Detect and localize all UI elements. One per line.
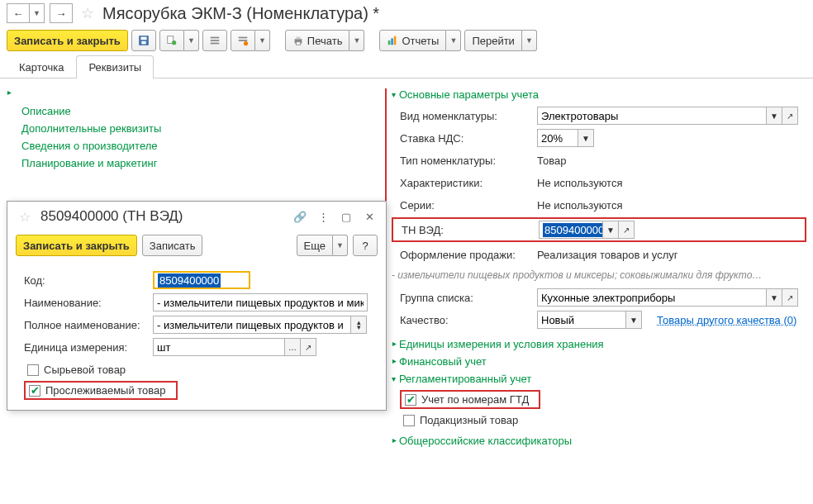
dialog-more-icon[interactable]: ⋮	[315, 208, 331, 225]
char-value: Не используются	[537, 177, 622, 189]
group-label: Группа списка:	[400, 292, 532, 304]
attach-dropdown[interactable]: ▼	[255, 30, 270, 51]
kind-open[interactable]: ↗	[782, 107, 798, 125]
dialog-more-dropdown[interactable]: ▼	[333, 235, 348, 256]
section-top[interactable]: ▾	[7, 88, 378, 97]
nav-back-button[interactable]: ←	[7, 3, 30, 23]
tnved-label: ТН ВЭД:	[402, 224, 534, 236]
vat-label: Ставка НДС:	[400, 132, 532, 145]
gtd-label: Учет по номерам ГТД	[421, 393, 529, 406]
attach-icon	[237, 35, 249, 46]
raw-label: Сырьевой товар	[44, 364, 126, 376]
quality-dropdown[interactable]: ▼	[625, 311, 642, 329]
raw-checkbox[interactable]	[27, 364, 39, 376]
dialog-link-icon[interactable]: 🔗	[292, 208, 308, 225]
dialog-fullname-input[interactable]	[153, 316, 351, 334]
tnved-open[interactable]: ↗	[618, 221, 635, 239]
dialog-max-icon[interactable]: ▢	[338, 208, 354, 225]
attach-button[interactable]	[231, 30, 255, 51]
floppy-icon	[138, 35, 150, 46]
link-manufacturer[interactable]: Сведения о производителе	[7, 137, 378, 155]
section-units[interactable]: ▾Единицы измерения и условия хранения	[392, 338, 806, 350]
svg-rect-14	[388, 40, 391, 45]
dialog-unit-label: Единица измерения:	[24, 341, 148, 354]
reports-button[interactable]: Отчеты	[379, 30, 446, 51]
type-value: Товар	[537, 155, 566, 167]
svg-rect-1	[140, 37, 146, 40]
tnved-dropdown[interactable]: ▼	[602, 221, 619, 239]
series-label: Серии:	[400, 199, 532, 212]
docflow-dropdown[interactable]: ▼	[184, 30, 199, 51]
excise-checkbox[interactable]	[403, 415, 415, 426]
list-button[interactable]	[202, 30, 227, 51]
section-classif[interactable]: ▾Общероссийские классификаторы	[392, 435, 806, 447]
kind-label: Вид номенклатуры:	[400, 110, 532, 122]
link-description[interactable]: Описание	[7, 102, 378, 120]
excise-label: Подакцизный товар	[420, 414, 518, 426]
dialog-unit-input[interactable]	[153, 338, 285, 356]
group-open[interactable]: ↗	[782, 288, 798, 307]
kind-dropdown[interactable]: ▼	[766, 107, 782, 125]
dialog-name-input[interactable]	[153, 293, 368, 311]
group-input[interactable]	[537, 288, 767, 307]
docflow-button[interactable]	[159, 30, 184, 51]
svg-rect-15	[392, 38, 394, 45]
dialog-unit-ellipsis[interactable]: …	[284, 338, 301, 356]
dialog-save-close-button[interactable]: Записать и закрыть	[16, 235, 137, 256]
quality-input[interactable]	[537, 311, 626, 329]
kind-input[interactable]	[537, 107, 767, 125]
nav-back-dropdown[interactable]: ▼	[30, 3, 45, 23]
print-button[interactable]: Печать	[285, 30, 350, 51]
dialog-help-button[interactable]: ?	[353, 235, 378, 256]
section-fin[interactable]: ▾Финансовый учет	[392, 355, 806, 368]
gtd-checkbox[interactable]: ✔	[405, 394, 416, 406]
goto-label: Перейти	[472, 35, 515, 47]
chart-icon	[387, 35, 398, 46]
dialog-star-icon[interactable]: ☆	[16, 209, 34, 225]
trace-checkbox[interactable]: ✔	[29, 385, 40, 397]
group-dropdown[interactable]: ▼	[766, 288, 782, 307]
dialog-unit-open[interactable]: ↗	[300, 338, 316, 356]
section-reg[interactable]: ▾Регламентированный учет	[392, 373, 806, 385]
list-icon	[209, 35, 221, 46]
trace-label: Прослеживаемый товар	[45, 384, 166, 397]
star-icon[interactable]: ☆	[78, 4, 97, 22]
dialog-name-label: Наименование:	[24, 297, 148, 309]
other-quality-link[interactable]: Товары другого качества (0)	[657, 314, 796, 326]
svg-rect-6	[211, 40, 220, 41]
reports-label: Отчеты	[402, 35, 439, 47]
dialog-close-icon[interactable]: ✕	[361, 208, 378, 225]
save-button[interactable]	[131, 30, 156, 51]
dialog-save-button[interactable]: Записать	[142, 235, 203, 256]
goto-dropdown[interactable]: ▼	[522, 30, 537, 51]
tab-card[interactable]: Карточка	[7, 55, 76, 78]
svg-rect-7	[211, 43, 220, 45]
reports-dropdown[interactable]: ▼	[446, 30, 461, 51]
section-main-params[interactable]: ▾Основные параметры учета	[392, 88, 806, 101]
link-planning[interactable]: Планирование и маркетинг	[7, 155, 378, 172]
tnved-input[interactable]: 8509400000	[539, 221, 603, 239]
svg-rect-16	[394, 36, 397, 45]
dialog-more-button[interactable]: Еще	[297, 235, 333, 256]
svg-point-10	[244, 41, 248, 45]
vat-dropdown[interactable]: ▼	[578, 129, 594, 147]
svg-rect-5	[211, 37, 220, 39]
quality-label: Качество:	[400, 314, 532, 326]
svg-point-4	[172, 40, 176, 45]
dialog-fullname-expand[interactable]: ▴▾	[350, 316, 367, 334]
print-label: Печать	[307, 35, 343, 47]
svg-rect-2	[141, 41, 145, 45]
nav-forward-button[interactable]: →	[50, 3, 73, 23]
save-close-button[interactable]: Записать и закрыть	[7, 30, 128, 51]
docflow-icon	[166, 35, 178, 46]
char-label: Характеристики:	[400, 177, 532, 189]
dialog-fullname-label: Полное наименование:	[24, 319, 148, 331]
tab-props[interactable]: Реквизиты	[76, 55, 154, 78]
dialog-code-label: Код:	[24, 274, 148, 287]
vat-input[interactable]	[537, 129, 578, 147]
dialog-code-input[interactable]: 8509400000	[153, 271, 250, 289]
sale-value: Реализация товаров и услуг	[537, 249, 678, 261]
print-dropdown[interactable]: ▼	[349, 30, 364, 51]
goto-button[interactable]: Перейти	[464, 30, 522, 51]
link-extra-props[interactable]: Дополнительные реквизиты	[7, 120, 378, 137]
